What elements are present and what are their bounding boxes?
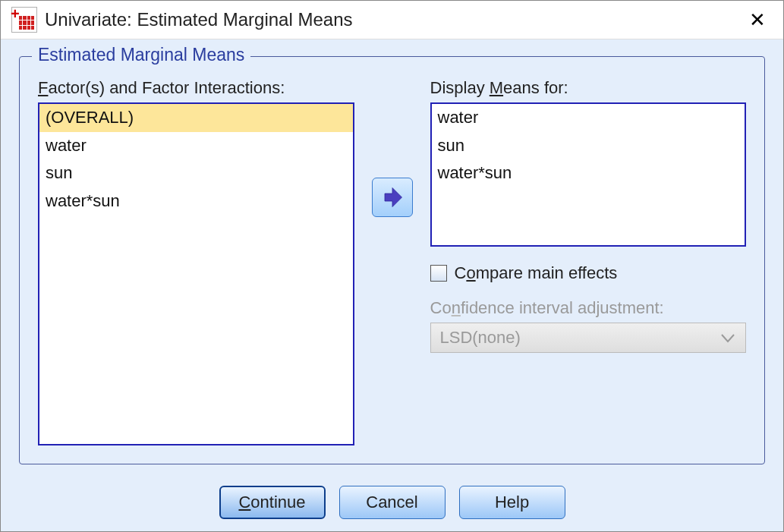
close-button[interactable]: ✕ xyxy=(742,8,773,32)
factors-listbox[interactable]: (OVERALL) water sun water*sun xyxy=(38,102,354,445)
list-item[interactable]: water xyxy=(432,104,745,132)
cancel-button[interactable]: Cancel xyxy=(339,486,446,519)
help-button[interactable]: Help xyxy=(459,486,565,519)
list-item[interactable]: water*sun xyxy=(39,187,353,216)
list-item[interactable]: (OVERALL) xyxy=(39,104,353,132)
chevron-down-icon xyxy=(721,328,735,348)
ci-adjustment-dropdown: LSD(none) xyxy=(430,323,747,353)
list-item[interactable]: water xyxy=(39,132,353,160)
continue-button[interactable]: Continue xyxy=(219,486,326,519)
display-means-listbox[interactable]: water sun water*sun xyxy=(430,102,747,247)
ci-adjustment-label: Confidence interval adjustment: xyxy=(430,298,747,318)
compare-main-effects-checkbox[interactable] xyxy=(430,265,447,282)
close-icon: ✕ xyxy=(749,8,766,31)
dialog-title: Univariate: Estimated Marginal Means xyxy=(45,9,742,30)
move-right-button[interactable] xyxy=(372,178,413,217)
display-means-label: Display Means for: xyxy=(430,78,747,98)
list-item[interactable]: water*sun xyxy=(432,159,745,187)
factors-label: Factor(s) and Factor Interactions: xyxy=(38,78,354,98)
list-item[interactable]: sun xyxy=(432,132,745,160)
arrow-right-icon xyxy=(381,186,404,209)
fieldset-legend: Estimated Marginal Means xyxy=(32,45,250,65)
list-item[interactable]: sun xyxy=(39,159,353,187)
app-icon: + xyxy=(11,7,37,33)
compare-main-effects-label: Compare main effects xyxy=(455,263,618,283)
titlebar: + Univariate: Estimated Marginal Means ✕ xyxy=(1,1,783,39)
